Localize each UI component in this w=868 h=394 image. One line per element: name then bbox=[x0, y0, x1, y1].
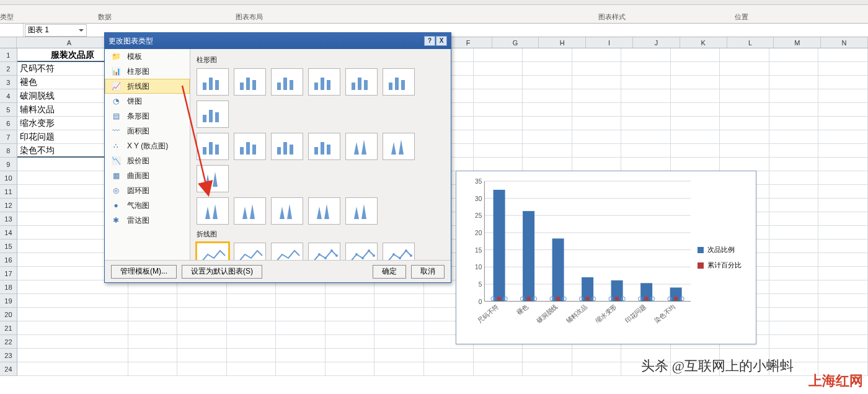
ok-button[interactable]: 确定 bbox=[373, 265, 406, 279]
cell[interactable] bbox=[17, 335, 128, 349]
cell[interactable] bbox=[818, 280, 868, 294]
name-box[interactable]: 图表 1 bbox=[25, 24, 87, 37]
cell[interactable] bbox=[720, 103, 769, 117]
col-header[interactable]: K bbox=[680, 37, 727, 48]
cell[interactable] bbox=[276, 335, 326, 349]
cell[interactable] bbox=[720, 117, 769, 130]
cell[interactable] bbox=[769, 171, 819, 185]
chart-thumb[interactable] bbox=[308, 243, 340, 260]
cell[interactable] bbox=[671, 158, 720, 171]
category-item[interactable]: 📈折线图 bbox=[105, 79, 190, 94]
help-button[interactable]: ? bbox=[424, 36, 435, 46]
cell[interactable] bbox=[818, 240, 868, 253]
row-header[interactable]: 19 bbox=[0, 294, 17, 308]
cell[interactable] bbox=[474, 117, 523, 130]
chart-thumb[interactable] bbox=[345, 133, 378, 160]
cell[interactable] bbox=[177, 349, 227, 362]
chart-thumb[interactable] bbox=[383, 243, 415, 260]
chart-thumb[interactable] bbox=[308, 197, 340, 225]
cell[interactable] bbox=[818, 130, 868, 144]
cell[interactable] bbox=[671, 103, 720, 117]
cell[interactable] bbox=[128, 294, 178, 308]
category-item[interactable]: 📉股价图 bbox=[105, 153, 190, 168]
cell[interactable] bbox=[671, 144, 720, 158]
row-header[interactable]: 15 bbox=[0, 240, 17, 253]
cell[interactable] bbox=[128, 349, 178, 362]
row-header[interactable]: 1 bbox=[0, 48, 17, 62]
col-header[interactable]: F bbox=[445, 37, 492, 48]
chart-thumb[interactable] bbox=[271, 133, 303, 160]
cell[interactable] bbox=[523, 76, 572, 89]
row-header[interactable]: 18 bbox=[0, 280, 17, 294]
row-header[interactable]: 2 bbox=[0, 62, 17, 76]
cell[interactable] bbox=[818, 321, 868, 335]
cell[interactable] bbox=[671, 89, 720, 103]
cell[interactable] bbox=[177, 308, 227, 321]
cancel-button[interactable]: 取消 bbox=[411, 265, 445, 279]
cell[interactable] bbox=[572, 362, 622, 376]
col-header[interactable]: N bbox=[821, 37, 868, 48]
cell[interactable] bbox=[474, 144, 523, 158]
row-header[interactable]: 22 bbox=[0, 335, 17, 349]
close-button[interactable]: X bbox=[436, 36, 447, 46]
cell[interactable] bbox=[720, 130, 769, 144]
cell[interactable] bbox=[769, 294, 819, 308]
cell[interactable] bbox=[177, 335, 227, 349]
row-header[interactable]: 14 bbox=[0, 226, 17, 240]
cell[interactable] bbox=[374, 321, 424, 335]
cell[interactable] bbox=[326, 335, 375, 349]
category-item[interactable]: ▤条形图 bbox=[105, 109, 190, 123]
chart-thumb[interactable] bbox=[345, 243, 378, 260]
cell[interactable] bbox=[177, 294, 227, 308]
chart-thumb[interactable] bbox=[197, 165, 229, 192]
cell[interactable] bbox=[374, 308, 424, 321]
cell[interactable] bbox=[374, 349, 424, 362]
cell[interactable] bbox=[818, 76, 868, 89]
chart-thumb[interactable] bbox=[197, 133, 229, 160]
cell[interactable] bbox=[17, 321, 128, 335]
cell[interactable] bbox=[374, 335, 424, 349]
cell[interactable] bbox=[227, 362, 277, 376]
cell[interactable] bbox=[572, 89, 622, 103]
cell[interactable] bbox=[523, 103, 572, 117]
cell[interactable] bbox=[671, 62, 720, 76]
row-header[interactable]: 20 bbox=[0, 308, 17, 321]
cell[interactable] bbox=[769, 335, 819, 349]
cell[interactable] bbox=[572, 48, 622, 62]
cell[interactable] bbox=[818, 103, 868, 117]
cell[interactable] bbox=[769, 199, 819, 212]
cell[interactable] bbox=[326, 349, 375, 362]
cell[interactable] bbox=[818, 199, 868, 212]
cell[interactable] bbox=[621, 130, 671, 144]
col-header[interactable]: G bbox=[492, 37, 539, 48]
chart-thumb[interactable] bbox=[197, 101, 229, 128]
cell[interactable] bbox=[818, 117, 868, 130]
col-header[interactable]: M bbox=[774, 37, 821, 48]
cell[interactable] bbox=[769, 240, 819, 253]
cell[interactable] bbox=[818, 62, 868, 76]
cell[interactable] bbox=[326, 294, 375, 308]
cell[interactable] bbox=[769, 308, 819, 321]
cell[interactable] bbox=[769, 321, 819, 335]
cell[interactable] bbox=[276, 294, 326, 308]
chart-thumb[interactable] bbox=[234, 243, 266, 260]
cell[interactable] bbox=[227, 308, 277, 321]
row-header[interactable]: 16 bbox=[0, 253, 17, 267]
chart-thumb[interactable] bbox=[234, 68, 266, 96]
cell[interactable] bbox=[621, 117, 671, 130]
col-header[interactable]: I bbox=[586, 37, 633, 48]
cell[interactable] bbox=[523, 48, 572, 62]
cell[interactable] bbox=[720, 48, 769, 62]
cell[interactable] bbox=[769, 89, 819, 103]
cell[interactable] bbox=[769, 280, 819, 294]
cell[interactable] bbox=[326, 308, 375, 321]
cell[interactable] bbox=[818, 335, 868, 349]
cell[interactable] bbox=[769, 62, 819, 76]
category-item[interactable]: 〰面积图 bbox=[105, 123, 190, 138]
cell[interactable] bbox=[474, 48, 523, 62]
cell[interactable] bbox=[572, 349, 622, 362]
cell[interactable] bbox=[671, 48, 720, 62]
cell[interactable] bbox=[818, 267, 868, 280]
chart-thumb[interactable] bbox=[234, 133, 266, 160]
cell[interactable] bbox=[818, 48, 868, 62]
